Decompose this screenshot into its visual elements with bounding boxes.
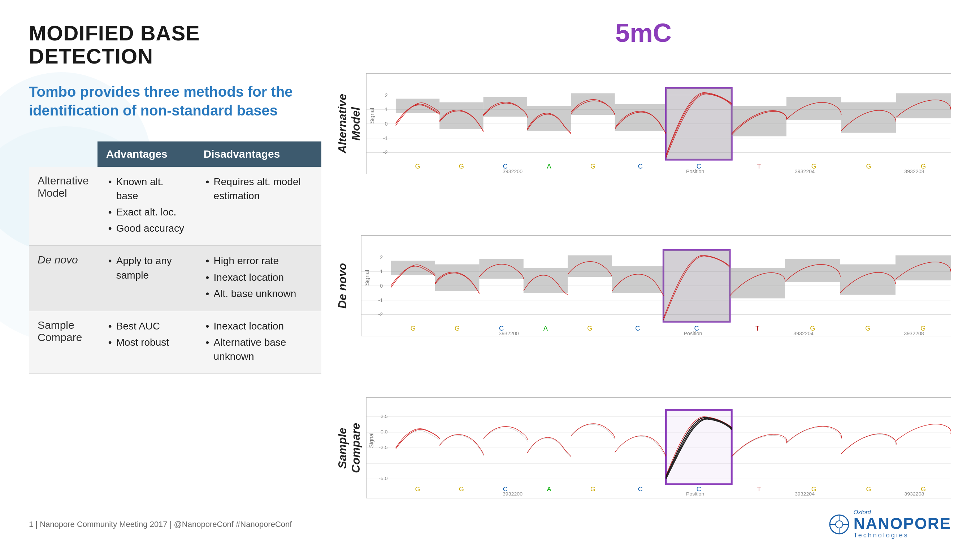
svg-marker-54 xyxy=(730,268,785,298)
left-panel: MODIFIED BASE DETECTION Tombo provides t… xyxy=(29,22,336,528)
chart-box-sample-compare: Signal xyxy=(366,397,951,498)
svg-text:G: G xyxy=(459,486,464,493)
svg-text:3932200: 3932200 xyxy=(499,331,519,336)
chart-svg-2: Signal xyxy=(361,236,951,336)
list-item: Requires alt. model estimation xyxy=(204,175,313,203)
advantages-sample-compare: Best AUC Most robust xyxy=(97,311,195,374)
charts-area: AlternativeModel Signal xyxy=(336,43,951,528)
svg-text:C: C xyxy=(638,486,643,493)
svg-text:0.0: 0.0 xyxy=(380,429,388,434)
svg-marker-10 xyxy=(527,106,571,131)
svg-text:-2: -2 xyxy=(383,149,388,155)
list-item: Alternative base unknown xyxy=(204,335,313,363)
svg-text:G: G xyxy=(459,163,464,170)
list-item: Best AUC xyxy=(106,319,186,333)
disadvantages-sample-compare: Inexact location Alternative base unknow… xyxy=(195,311,321,374)
chart-label-de-novo: De novo xyxy=(336,263,358,309)
svg-text:-2: -2 xyxy=(378,312,383,318)
svg-marker-14 xyxy=(666,88,732,160)
svg-text:3932204: 3932204 xyxy=(795,491,815,497)
svg-text:A: A xyxy=(543,325,548,332)
svg-text:G: G xyxy=(866,163,871,170)
svg-text:1: 1 xyxy=(380,268,383,274)
col-header-advantages: Advantages xyxy=(97,141,195,167)
svg-marker-50 xyxy=(568,255,612,277)
svg-text:T: T xyxy=(757,163,761,170)
row-label-alt-model: AlternativeModel xyxy=(29,167,97,246)
chart-label-alt-model: AlternativeModel xyxy=(336,94,363,154)
row-label-sample-compare: SampleCompare xyxy=(29,311,97,374)
svg-marker-16 xyxy=(786,97,842,120)
svg-text:G: G xyxy=(587,325,592,332)
chart-svg-1: Signal xyxy=(366,74,951,174)
svg-marker-18 xyxy=(896,93,951,118)
table-row: AlternativeModel Known alt. base Exact a… xyxy=(29,167,321,246)
main-title: MODIFIED BASE DETECTION xyxy=(29,22,321,68)
table-row: SampleCompare Best AUC Most robust Inexa… xyxy=(29,311,321,374)
svg-marker-56 xyxy=(840,264,896,295)
svg-text:-5.0: -5.0 xyxy=(379,476,388,482)
table-row: De novo Apply to any sample High error r… xyxy=(29,246,321,311)
svg-text:Signal: Signal xyxy=(364,270,370,286)
svg-text:G: G xyxy=(590,163,595,170)
svg-text:2: 2 xyxy=(385,92,388,98)
svg-marker-15 xyxy=(732,106,786,136)
svg-marker-53 xyxy=(663,250,730,322)
svg-text:T: T xyxy=(756,325,759,332)
advantages-alt-model: Known alt. base Exact alt. loc. Good acc… xyxy=(97,167,195,246)
svg-text:G: G xyxy=(415,163,420,170)
svg-text:G: G xyxy=(410,325,415,332)
list-item: Alt. base unknown xyxy=(204,287,313,301)
chart-row-alt-model: AlternativeModel Signal xyxy=(336,43,951,204)
chart-row-de-novo: De novo Signal xyxy=(336,205,951,366)
svg-marker-17 xyxy=(842,102,896,132)
svg-text:Signal: Signal xyxy=(369,108,375,124)
svg-text:0: 0 xyxy=(380,283,383,289)
svg-marker-7 xyxy=(396,98,439,113)
svg-marker-47 xyxy=(435,264,479,291)
fivemC-label: 5mC xyxy=(615,18,671,48)
svg-text:G: G xyxy=(866,486,871,493)
svg-marker-49 xyxy=(523,268,568,293)
svg-text:G: G xyxy=(455,325,460,332)
content-wrapper: MODIFIED BASE DETECTION Tombo provides t… xyxy=(29,22,951,528)
list-item: Known alt. base xyxy=(106,175,186,203)
slide-container: MODIFIED BASE DETECTION Tombo provides t… xyxy=(0,0,980,550)
svg-text:-1: -1 xyxy=(383,135,388,141)
svg-text:C: C xyxy=(635,325,640,332)
svg-text:3932200: 3932200 xyxy=(503,168,522,174)
svg-text:2: 2 xyxy=(380,254,383,260)
list-item: High error rate xyxy=(204,254,313,268)
svg-text:A: A xyxy=(547,486,551,493)
chart-box-de-novo: Signal xyxy=(361,235,951,336)
list-item: Most robust xyxy=(106,335,186,349)
list-item: Inexact location xyxy=(204,319,313,333)
svg-text:A: A xyxy=(547,163,551,170)
svg-text:-1: -1 xyxy=(378,297,383,303)
disadvantages-alt-model: Requires alt. model estimation xyxy=(195,167,321,246)
svg-text:3932208: 3932208 xyxy=(904,168,924,174)
chart-row-sample-compare: SampleCompare Signal xyxy=(336,368,951,528)
list-item: Good accuracy xyxy=(106,221,186,235)
svg-text:G: G xyxy=(415,486,420,493)
chart-label-sample-compare: SampleCompare xyxy=(336,423,363,473)
svg-text:0: 0 xyxy=(385,121,388,127)
list-item: Exact alt. loc. xyxy=(106,205,186,219)
svg-text:3932208: 3932208 xyxy=(904,331,924,336)
right-panel: 5mC AlternativeModel xyxy=(336,22,951,528)
svg-text:1: 1 xyxy=(385,106,388,112)
svg-text:G: G xyxy=(865,325,870,332)
svg-text:-2.5: -2.5 xyxy=(379,445,388,450)
col-header-empty xyxy=(29,141,97,167)
svg-text:3932200: 3932200 xyxy=(503,491,522,497)
disadvantages-de-novo: High error rate Inexact location Alt. ba… xyxy=(195,246,321,311)
svg-marker-9 xyxy=(484,97,527,117)
svg-text:Position: Position xyxy=(686,491,704,497)
chart-box-alt-model: Signal xyxy=(366,73,951,174)
svg-marker-46 xyxy=(391,261,435,275)
svg-text:2.5: 2.5 xyxy=(380,414,388,419)
svg-marker-48 xyxy=(479,259,523,279)
svg-text:3932204: 3932204 xyxy=(795,168,815,174)
svg-text:Position: Position xyxy=(684,331,702,336)
comparison-table: Advantages Disadvantages AlternativeMode… xyxy=(29,141,321,374)
